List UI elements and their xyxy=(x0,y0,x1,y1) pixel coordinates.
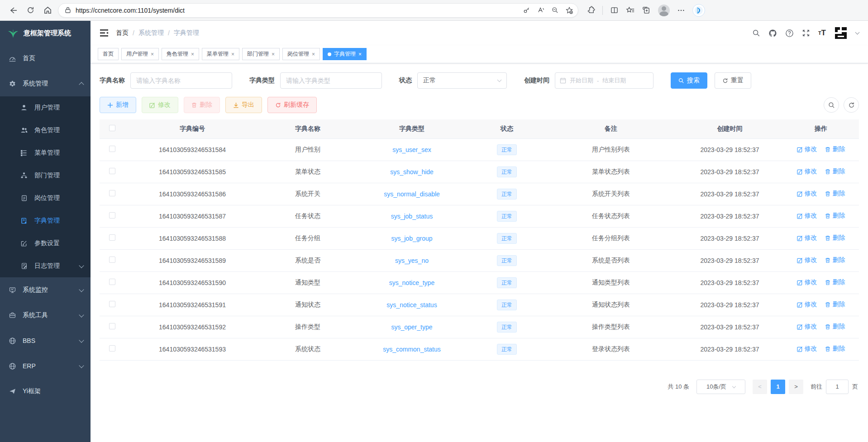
row-delete-button[interactable]: 删除 xyxy=(825,300,845,309)
row-checkbox[interactable] xyxy=(109,190,115,196)
row-checkbox[interactable] xyxy=(109,279,115,285)
dict-type-link[interactable]: sys_user_sex xyxy=(392,146,431,153)
sidebar-item-menus[interactable]: 菜单管理 xyxy=(0,142,91,164)
goto-page-input[interactable] xyxy=(826,380,849,394)
show-search-toggle-button[interactable] xyxy=(824,97,839,113)
dict-type-link[interactable]: sys_yes_no xyxy=(395,257,429,264)
sidebar-item-tools[interactable]: 系统工具 xyxy=(0,303,91,328)
close-icon[interactable]: × xyxy=(151,51,154,57)
tab-roles[interactable]: 角色管理× xyxy=(162,48,199,60)
row-edit-button[interactable]: 修改 xyxy=(797,300,817,309)
profile-avatar[interactable] xyxy=(658,5,670,16)
row-checkbox[interactable] xyxy=(109,257,115,263)
dict-type-link[interactable]: sys_notice_type xyxy=(389,279,434,286)
row-edit-button[interactable]: 修改 xyxy=(797,234,817,242)
row-checkbox[interactable] xyxy=(109,168,115,174)
url-text[interactable]: https://ccnetcore.com:1101/system/dict xyxy=(76,7,518,14)
row-edit-button[interactable]: 修改 xyxy=(797,145,817,153)
row-edit-button[interactable]: 修改 xyxy=(797,190,817,198)
sidebar-item-yi-framework[interactable]: Yi框架 xyxy=(0,379,91,404)
row-checkbox[interactable] xyxy=(109,323,115,329)
github-icon[interactable] xyxy=(768,29,777,38)
page-1-button[interactable]: 1 xyxy=(771,380,785,394)
sidebar-item-depts[interactable]: 部门管理 xyxy=(0,164,91,187)
search-icon[interactable] xyxy=(752,29,760,37)
password-key-icon[interactable] xyxy=(523,6,530,14)
tab-dict[interactable]: 字典管理× xyxy=(323,48,367,60)
tab-posts[interactable]: 岗位管理× xyxy=(282,48,320,60)
edit-button[interactable]: 修改 xyxy=(142,97,178,113)
tab-depts[interactable]: 部门管理× xyxy=(242,48,280,60)
dict-name-input[interactable] xyxy=(130,72,232,89)
dict-type-link[interactable]: sys_oper_type xyxy=(391,323,432,331)
address-bar[interactable]: https://ccnetcore.com:1101/system/dict xyxy=(58,3,578,18)
row-delete-button[interactable]: 删除 xyxy=(825,323,845,331)
browser-refresh-button[interactable] xyxy=(24,4,37,17)
row-checkbox[interactable] xyxy=(109,212,115,219)
dict-type-input[interactable] xyxy=(280,72,382,89)
sidebar-item-users[interactable]: 用户管理 xyxy=(0,96,91,119)
close-icon[interactable]: × xyxy=(191,51,194,57)
row-delete-button[interactable]: 删除 xyxy=(825,167,845,176)
read-aloud-icon[interactable] xyxy=(537,6,545,14)
search-button[interactable]: 搜索 xyxy=(671,72,707,89)
export-button[interactable]: 导出 xyxy=(225,97,262,113)
row-checkbox[interactable] xyxy=(109,234,115,241)
sidebar-item-monitor[interactable]: 系统监控 xyxy=(0,277,91,303)
row-edit-button[interactable]: 修改 xyxy=(797,345,817,353)
status-select[interactable]: 正常 xyxy=(417,72,507,89)
extensions-icon[interactable] xyxy=(587,6,595,14)
browser-home-button[interactable] xyxy=(41,4,54,17)
favorites-icon[interactable] xyxy=(626,6,635,14)
dict-type-link[interactable]: sys_job_status xyxy=(391,213,433,220)
chevron-down-icon[interactable] xyxy=(855,30,860,34)
row-edit-button[interactable]: 修改 xyxy=(797,278,817,286)
select-all-checkbox[interactable] xyxy=(109,125,115,131)
row-delete-button[interactable]: 删除 xyxy=(825,212,845,220)
row-delete-button[interactable]: 删除 xyxy=(825,278,845,286)
next-page-button[interactable]: > xyxy=(789,380,803,394)
close-icon[interactable]: × xyxy=(312,51,315,57)
sidebar-item-posts[interactable]: 岗位管理 xyxy=(0,187,91,209)
copilot-icon[interactable] xyxy=(692,4,705,17)
breadcrumb-system[interactable]: 系统管理 xyxy=(138,29,164,37)
close-icon[interactable]: × xyxy=(358,51,362,57)
text-size-icon[interactable]: TT xyxy=(818,29,826,38)
sidebar-item-bbs[interactable]: BBS xyxy=(0,328,91,353)
row-delete-button[interactable]: 删除 xyxy=(825,190,845,198)
dict-type-link[interactable]: sys_common_status xyxy=(383,346,441,353)
row-edit-button[interactable]: 修改 xyxy=(797,256,817,264)
sidebar-item-home[interactable]: 首页 xyxy=(0,46,91,71)
row-edit-button[interactable]: 修改 xyxy=(797,167,817,176)
breadcrumb-home[interactable]: 首页 xyxy=(116,29,129,37)
dict-type-link[interactable]: sys_job_group xyxy=(391,235,432,242)
row-delete-button[interactable]: 删除 xyxy=(825,145,845,153)
close-icon[interactable]: × xyxy=(272,51,275,57)
yi-logo[interactable] xyxy=(834,26,848,40)
browser-back-button[interactable] xyxy=(6,4,20,17)
row-checkbox[interactable] xyxy=(109,345,115,352)
row-edit-button[interactable]: 修改 xyxy=(797,323,817,331)
close-icon[interactable]: × xyxy=(231,51,234,57)
add-button[interactable]: 新增 xyxy=(100,97,136,113)
tab-menus[interactable]: 菜单管理× xyxy=(202,48,239,60)
sidebar-item-params[interactable]: 参数设置 xyxy=(0,232,91,255)
tab-home[interactable]: 首页 xyxy=(98,48,119,60)
row-checkbox[interactable] xyxy=(109,146,115,152)
reset-button[interactable]: 重置 xyxy=(715,72,751,89)
add-favorite-icon[interactable] xyxy=(565,6,573,14)
dict-type-link[interactable]: sys_show_hide xyxy=(390,168,434,176)
fullscreen-icon[interactable] xyxy=(802,29,810,37)
refresh-table-button[interactable] xyxy=(844,97,859,113)
delete-button[interactable]: 删除 xyxy=(184,97,220,113)
dict-type-link[interactable]: sys_notice_status xyxy=(386,301,437,309)
page-size-select[interactable]: 10条/页 xyxy=(696,380,745,394)
row-delete-button[interactable]: 删除 xyxy=(825,256,845,264)
collapse-sidebar-icon[interactable] xyxy=(100,29,109,37)
row-delete-button[interactable]: 删除 xyxy=(825,345,845,353)
more-icon[interactable] xyxy=(677,6,685,14)
dict-type-link[interactable]: sys_normal_disable xyxy=(384,190,440,198)
sidebar-item-roles[interactable]: 角色管理 xyxy=(0,119,91,142)
help-icon[interactable] xyxy=(785,29,794,38)
refresh-cache-button[interactable]: 刷新缓存 xyxy=(267,97,317,113)
